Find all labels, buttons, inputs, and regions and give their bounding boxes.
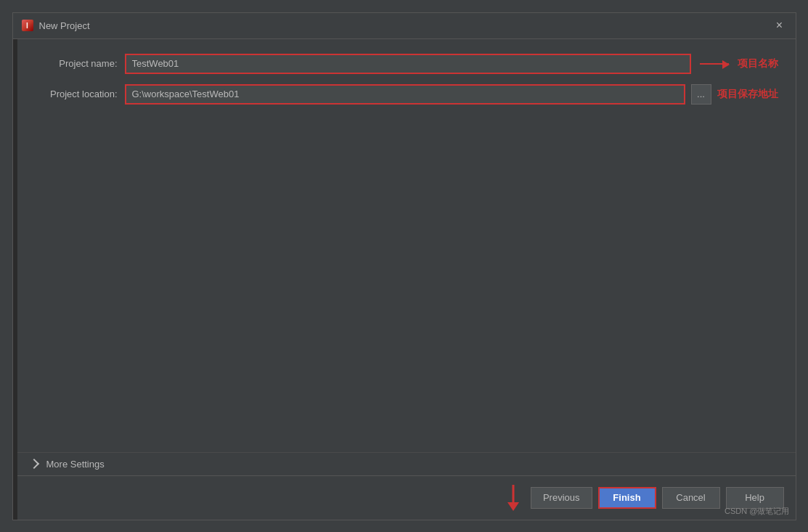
location-annotation: 项目保存地址 [717, 88, 778, 101]
previous-button[interactable]: Previous [531, 487, 592, 509]
chevron-right-icon [28, 459, 38, 469]
button-bar: Previous Finish Cancel Help [13, 475, 796, 520]
app-icon: I [22, 20, 33, 31]
project-location-input[interactable] [125, 84, 685, 105]
sidebar-strip [13, 39, 17, 520]
project-location-label: Project location: [30, 89, 118, 99]
title-bar-left: I New Project [22, 20, 90, 31]
watermark: CSDN @做笔记用 [725, 506, 789, 517]
more-settings-label: More Settings [46, 459, 105, 470]
title-bar: I New Project × [13, 13, 796, 39]
browse-button[interactable]: ... [691, 84, 711, 105]
finish-arrow-container [505, 483, 522, 512]
content-spacer [30, 115, 778, 438]
dialog-title: New Project [39, 20, 90, 31]
name-arrow-icon [700, 63, 729, 65]
close-button[interactable]: × [772, 18, 787, 33]
svg-marker-1 [507, 502, 519, 511]
project-name-input[interactable] [125, 54, 691, 74]
finish-arrow-icon [505, 483, 522, 512]
name-annotation: 项目名称 [738, 57, 778, 70]
project-name-row: Project name: 项目名称 [30, 54, 778, 74]
project-name-input-wrapper: 项目名称 [125, 54, 778, 74]
project-location-row: Project location: ... 项目保存地址 [30, 84, 778, 105]
project-name-label: Project name: [30, 58, 118, 69]
project-location-input-wrapper: ... 项目保存地址 [125, 84, 778, 105]
content-area: Project name: 项目名称 Project location: ...… [13, 39, 796, 452]
cancel-button[interactable]: Cancel [662, 487, 720, 509]
finish-button[interactable]: Finish [598, 487, 656, 509]
more-settings-row[interactable]: More Settings [13, 452, 796, 475]
new-project-dialog: I New Project × Project name: 项目名称 Proje… [12, 12, 796, 520]
